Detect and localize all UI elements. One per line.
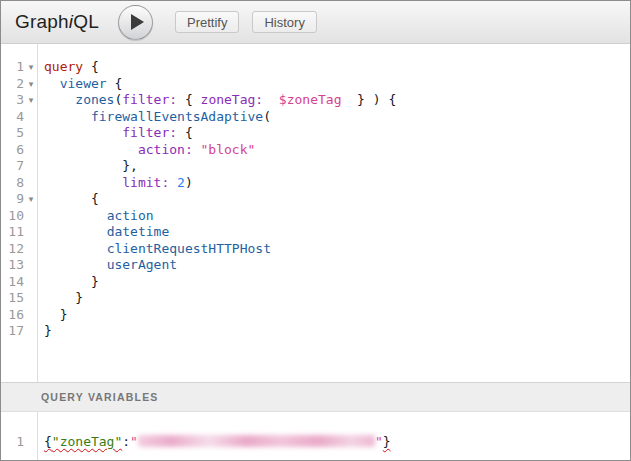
redacted-value-blur: [138, 435, 375, 447]
token-num: 2: [177, 175, 185, 190]
token-attr: action:: [138, 142, 193, 157]
token-p: {: [177, 125, 193, 140]
line-number: 13: [1, 257, 24, 274]
token-p: [169, 175, 177, 190]
query-editor[interactable]: 1▾query {2▾ viewer {3▾ zones(filter: { z…: [1, 44, 630, 382]
code-text: datetime: [38, 224, 169, 239]
line-number: 9: [1, 191, 24, 208]
variables-editor[interactable]: 1{"zoneTag":""}: [1, 412, 630, 460]
token-key: "zoneTag": [52, 434, 122, 449]
app-window: GraphiQL Prettify History 1▾query {2▾ vi…: [0, 0, 631, 461]
token-p: ): [185, 175, 193, 190]
token-p: :: [122, 434, 130, 449]
token-attr: filter:: [122, 125, 177, 140]
logo-text-pre: Graph: [15, 11, 69, 32]
variables-title: QUERY VARIABLES: [41, 391, 159, 403]
code-line[interactable]: 1▾query {: [1, 59, 630, 76]
line-number: 2: [1, 76, 24, 93]
code-line[interactable]: 5 filter: {: [1, 125, 630, 142]
token-prop: viewer: [60, 76, 107, 91]
token-p: (: [263, 109, 271, 124]
token-attr: filter:: [122, 92, 177, 107]
line-number: 4: [1, 109, 24, 126]
code-text: },: [38, 158, 138, 173]
code-text: }: [38, 307, 67, 322]
history-button[interactable]: History: [252, 11, 316, 33]
code-text: }: [38, 290, 83, 305]
token-p: }: [91, 274, 99, 289]
code-line[interactable]: 4 firewallEventsAdaptive(: [1, 109, 630, 126]
code-text: }: [38, 323, 52, 338]
token-p: } ) {: [341, 92, 396, 107]
token-prop: userAgent: [107, 257, 177, 272]
variables-editor-lines: 1{"zoneTag":""}: [1, 434, 630, 451]
token-str: ": [375, 434, 383, 449]
token-p: }: [75, 290, 83, 305]
line-number: 1: [1, 59, 24, 76]
code-text: filter: {: [38, 125, 193, 140]
token-p: {: [107, 76, 123, 91]
code-line[interactable]: 16 }: [1, 307, 630, 324]
code-text: clientRequestHTTPHost: [38, 241, 271, 256]
code-line[interactable]: 2▾ viewer {: [1, 76, 630, 93]
code-text: limit: 2): [38, 175, 193, 190]
code-line[interactable]: 15 }: [1, 290, 630, 307]
line-number: 5: [1, 125, 24, 142]
line-number: 14: [1, 274, 24, 291]
fold-arrow-icon[interactable]: ▾: [24, 59, 38, 76]
code-text: action: "block": [38, 142, 255, 157]
gutter-border: [37, 44, 38, 382]
fold-arrow-icon[interactable]: ▾: [24, 92, 38, 109]
code-text: viewer {: [38, 76, 122, 91]
variables-title-bar[interactable]: QUERY VARIABLES: [1, 382, 630, 412]
token-p: {: [44, 434, 52, 449]
code-line[interactable]: 10 action: [1, 208, 630, 225]
line-number: 10: [1, 208, 24, 225]
code-text: action: [38, 208, 154, 223]
token-kw: query: [44, 59, 83, 74]
token-p: {: [91, 191, 99, 206]
token-prop: zones: [75, 92, 114, 107]
token-attr: limit:: [122, 175, 169, 190]
code-line[interactable]: 3▾ zones(filter: { zoneTag: $zoneTag } )…: [1, 92, 630, 109]
token-prop: action: [107, 208, 154, 223]
code-line[interactable]: 14 }: [1, 274, 630, 291]
code-line[interactable]: 17}: [1, 323, 630, 340]
fold-arrow-icon[interactable]: ▾: [24, 191, 38, 208]
graphiql-logo: GraphiQL: [15, 11, 99, 33]
code-line[interactable]: 7 },: [1, 158, 630, 175]
line-number: 6: [1, 142, 24, 159]
code-line[interactable]: 9▾ {: [1, 191, 630, 208]
code-line[interactable]: 8 limit: 2): [1, 175, 630, 192]
code-text: {: [38, 191, 99, 206]
code-line[interactable]: 13 userAgent: [1, 257, 630, 274]
toolbar: GraphiQL Prettify History: [1, 1, 630, 44]
code-line[interactable]: 11 datetime: [1, 224, 630, 241]
token-str: ": [130, 434, 138, 449]
code-line[interactable]: 12 clientRequestHTTPHost: [1, 241, 630, 258]
line-number: 12: [1, 241, 24, 258]
code-text: zones(filter: { zoneTag: $zoneTag } ) {: [38, 92, 396, 107]
prettify-button[interactable]: Prettify: [175, 11, 239, 33]
play-icon: [131, 14, 144, 30]
line-number: 16: [1, 307, 24, 324]
gutter-border: [37, 412, 38, 460]
line-number: 15: [1, 290, 24, 307]
token-prop: firewallEventsAdaptive: [91, 109, 263, 124]
fold-arrow-icon[interactable]: ▾: [24, 76, 38, 93]
logo-text-post: QL: [73, 11, 99, 32]
token-p: [193, 142, 201, 157]
code-line[interactable]: 1{"zoneTag":""}: [1, 434, 630, 451]
token-prop: clientRequestHTTPHost: [107, 241, 271, 256]
token-str: "block": [201, 142, 256, 157]
line-number: 8: [1, 175, 24, 192]
token-p: {: [83, 59, 99, 74]
query-editor-lines: 1▾query {2▾ viewer {3▾ zones(filter: { z…: [1, 59, 630, 340]
token-attr: zoneTag:: [201, 92, 264, 107]
code-text: query {: [38, 59, 99, 74]
code-line[interactable]: 6 action: "block": [1, 142, 630, 159]
token-p: }: [44, 323, 52, 338]
line-number: 7: [1, 158, 24, 175]
execute-query-button[interactable]: [118, 5, 153, 40]
code-text: firewallEventsAdaptive(: [38, 109, 271, 124]
